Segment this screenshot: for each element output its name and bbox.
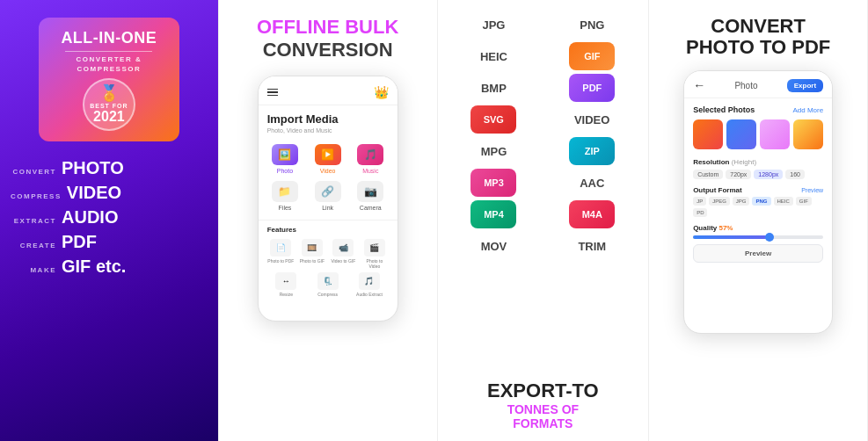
- feat-photo-pdf[interactable]: 📄 Photo to PDF: [267, 239, 295, 269]
- media-item-photo[interactable]: 🖼️ Photo: [267, 144, 303, 174]
- panel-allinone: ALL-IN-ONE CONVERTER & COMPRESSOR 🏅 BEST…: [0, 0, 219, 441]
- convert-text: CONVERT: [711, 15, 806, 37]
- photo-label: Photo: [277, 168, 293, 174]
- export-button[interactable]: Export: [787, 79, 823, 92]
- output-format-setting: Output Format Preview JP JPEG JPG PNG HE…: [693, 186, 823, 217]
- format-row-2: HEIC GIF: [445, 42, 642, 70]
- media-item-link[interactable]: 🔗 Link: [310, 181, 346, 211]
- panel4-title: CONVERT PHOTO TO PDF: [686, 16, 830, 58]
- feat-prefix-extract: EXTRACT: [11, 217, 56, 225]
- feat-resize-label: Resize: [280, 292, 293, 297]
- format-mp4: MP4: [470, 200, 516, 228]
- feat-label-gif: GIF etc.: [62, 257, 126, 275]
- feat-label-photo: PHOTO: [62, 159, 124, 177]
- slider-fill: [693, 235, 767, 239]
- phone-mockup-export: ← Photo Export Selected Photos Add More …: [683, 70, 833, 334]
- fmt-jpg[interactable]: JPG: [733, 197, 750, 206]
- media-item-video[interactable]: ▶️ Video: [310, 144, 346, 174]
- resolution-setting: Resolution (Height) Custom 720px 1280px …: [693, 158, 823, 179]
- phone-features-section: Features 📄 Photo to PDF 🎞️ Photo to GIF …: [259, 220, 398, 302]
- crown-icon: 👑: [374, 85, 389, 99]
- quality-slider[interactable]: [693, 235, 823, 239]
- selected-photos-section: Selected Photos Add More: [684, 98, 832, 153]
- output-format-label: Output Format: [693, 186, 742, 194]
- camera-icon: 📷: [357, 181, 383, 202]
- conversion-text: CONVERSION: [257, 39, 398, 61]
- preview-link[interactable]: Preview: [801, 187, 823, 193]
- format-mp3: MP3: [470, 169, 516, 197]
- fmt-heic[interactable]: HEIC: [774, 197, 793, 206]
- quality-setting: Quality 57%: [693, 224, 823, 239]
- fmt-jp[interactable]: JP: [693, 197, 706, 206]
- res-160[interactable]: 160: [785, 170, 805, 179]
- selected-photos-label: Selected Photos: [693, 105, 755, 114]
- fmt-pd[interactable]: PD: [693, 208, 707, 217]
- media-item-camera[interactable]: 📷 Camera: [353, 181, 389, 211]
- music-label: Music: [362, 168, 378, 174]
- features-grid-row2: ↔️ Resize 🗜️ Compress 🎵 Audio Extract: [267, 272, 389, 297]
- format-row-4: SVG VIDEO: [445, 105, 642, 134]
- photo-header-label: Photo: [734, 81, 757, 90]
- format-row-7: MP4 M4A: [445, 200, 642, 228]
- photos-row: [693, 119, 823, 149]
- res-1280[interactable]: 1280px: [754, 170, 783, 179]
- feature-pdf: CREATE PDF: [11, 233, 208, 250]
- format-bmp: BMP: [470, 74, 516, 102]
- format-row-5: MPG ZIP: [445, 137, 642, 165]
- format-pdf: PDF: [569, 74, 615, 102]
- format-row-3: BMP PDF: [445, 74, 642, 102]
- feature-audio: EXTRACT AUDIO: [11, 208, 208, 226]
- video-gif-icon: 📹: [332, 239, 354, 257]
- phone2-header: ← Photo Export: [684, 71, 832, 98]
- format-gif: GIF: [569, 42, 615, 70]
- photo-thumb-3[interactable]: [760, 119, 790, 149]
- feat-resize[interactable]: ↔️ Resize: [267, 272, 305, 297]
- feat-photo-gif[interactable]: 🎞️ Photo to GIF: [298, 239, 326, 269]
- res-720[interactable]: 720px: [726, 170, 751, 179]
- feature-video: COMPRESS VIDEO: [11, 184, 208, 201]
- phone-header: 👑: [259, 76, 398, 105]
- feat-video-gif[interactable]: 📹 Video to GIF: [330, 239, 358, 269]
- panel-convert-photo-pdf: CONVERT PHOTO TO PDF ← Photo Export Sele…: [649, 0, 868, 441]
- audio-extract-icon: 🎵: [359, 272, 380, 290]
- res-custom[interactable]: Custom: [693, 170, 723, 179]
- feat-compress[interactable]: 🗜️ Compress: [309, 272, 346, 297]
- photo-icon: 🖼️: [272, 144, 298, 165]
- badge-compressor: COMPRESSOR: [55, 65, 164, 73]
- formats-label: FORMATS: [487, 416, 599, 430]
- feat-audio-extract[interactable]: 🎵 Audio Extract: [350, 272, 388, 297]
- import-subtitle: Photo, Video and Music: [259, 127, 398, 141]
- photo-pdf-icon: 📄: [270, 239, 291, 257]
- format-svg: SVG: [470, 105, 516, 134]
- back-icon[interactable]: ←: [693, 78, 705, 92]
- files-icon: 📁: [272, 181, 298, 202]
- fmt-png[interactable]: PNG: [752, 197, 770, 206]
- photo-thumb-1[interactable]: [693, 119, 723, 149]
- preview-button[interactable]: Preview: [693, 244, 823, 263]
- format-header-row: Output Format Preview: [693, 186, 823, 194]
- settings-section: Resolution (Height) Custom 720px 1280px …: [684, 153, 832, 268]
- media-grid: 🖼️ Photo ▶️ Video 🎵 Music 📁 Files 🔗 Link…: [259, 141, 398, 220]
- format-mpg: MPG: [470, 137, 516, 165]
- feat-compress-label: Compress: [317, 292, 338, 297]
- format-trim: TRIM: [569, 232, 615, 260]
- video-label: Video: [320, 168, 336, 174]
- fmt-gif[interactable]: GIF: [796, 197, 812, 206]
- laurel-left: 🏅: [99, 83, 119, 103]
- panel2-title: OFFLINE BULK CONVERSION: [257, 16, 398, 61]
- format-jpg: JPG: [470, 11, 516, 39]
- media-item-music[interactable]: 🎵 Music: [353, 144, 389, 174]
- feat-photo-video[interactable]: 🎬 Photo to Video: [361, 239, 389, 269]
- music-icon: 🎵: [357, 144, 383, 165]
- photo-thumb-4[interactable]: [793, 119, 823, 149]
- photo-video-icon: 🎬: [364, 239, 385, 257]
- add-more-link[interactable]: Add More: [792, 106, 823, 114]
- photo-thumb-2[interactable]: [726, 119, 756, 149]
- hamburger-icon: [267, 89, 278, 97]
- media-item-files[interactable]: 📁 Files: [267, 181, 303, 211]
- badge-converter: CONVERTER &: [55, 55, 164, 63]
- export-to-label: EXPORT-TO: [487, 380, 599, 402]
- slider-thumb[interactable]: [765, 233, 774, 242]
- panel-offline-bulk: OFFLINE BULK CONVERSION 👑 Import Media P…: [219, 0, 438, 441]
- fmt-jpeg[interactable]: JPEG: [709, 197, 730, 206]
